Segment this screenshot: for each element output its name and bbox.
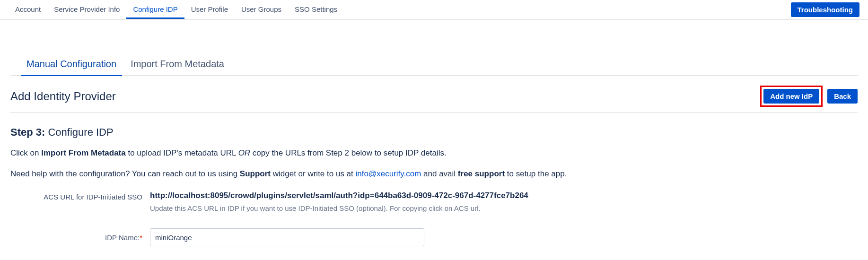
acs-url-value[interactable]: http://localhost:8095/crowd/plugins/serv… bbox=[150, 191, 858, 200]
subtab-import-from-metadata[interactable]: Import From Metadata bbox=[125, 59, 230, 75]
top-nav: Account Service Provider Info Configure … bbox=[0, 0, 868, 20]
tab-user-profile[interactable]: User Profile bbox=[184, 0, 235, 19]
page-title: Add Identity Provider bbox=[10, 90, 116, 103]
acs-url-hint: Update this ACS URL in IDP if you want t… bbox=[150, 204, 858, 212]
instruction-para-1: Click on Import From Metadata to upload … bbox=[10, 147, 858, 159]
add-new-idp-button[interactable]: Add new IdP bbox=[763, 89, 819, 104]
troubleshooting-button[interactable]: Troubleshooting bbox=[791, 2, 860, 17]
tab-sso-settings[interactable]: SSO Settings bbox=[288, 0, 344, 19]
tab-service-provider-info[interactable]: Service Provider Info bbox=[47, 0, 126, 19]
idp-name-label: IDP Name:* bbox=[10, 233, 150, 243]
step-title: Configure IDP bbox=[45, 126, 113, 138]
idp-name-row: IDP Name:* bbox=[10, 228, 858, 246]
content-area: Manual Configuration Import From Metadat… bbox=[0, 59, 868, 246]
section-actions: Add new IdP Back bbox=[760, 86, 858, 107]
tab-configure-idp[interactable]: Configure IDP bbox=[126, 0, 184, 19]
acs-url-label: ACS URL for IDP-Initiated SSO bbox=[10, 191, 150, 212]
acs-url-value-col: http://localhost:8095/crowd/plugins/serv… bbox=[150, 191, 858, 212]
tab-account[interactable]: Account bbox=[9, 0, 47, 19]
tab-user-groups[interactable]: User Groups bbox=[235, 0, 288, 19]
back-button[interactable]: Back bbox=[827, 89, 858, 104]
add-new-idp-highlight: Add new IdP bbox=[760, 86, 823, 107]
instruction-para-2: Need help with the configuration? You ca… bbox=[10, 168, 858, 180]
required-marker: * bbox=[140, 234, 142, 242]
step-number: Step 3: bbox=[10, 126, 45, 138]
idp-name-value-col bbox=[150, 228, 858, 246]
top-nav-tabs: Account Service Provider Info Configure … bbox=[9, 0, 344, 19]
idp-name-input[interactable] bbox=[150, 228, 424, 246]
support-email-link[interactable]: info@xecurify.com bbox=[356, 169, 421, 178]
section-header: Add Identity Provider Add new IdP Back bbox=[10, 78, 858, 113]
subtab-manual-configuration[interactable]: Manual Configuration bbox=[21, 59, 122, 76]
step-heading: Step 3: Configure IDP bbox=[10, 126, 858, 139]
acs-url-row: ACS URL for IDP-Initiated SSO http://loc… bbox=[10, 191, 858, 212]
sub-tabs: Manual Configuration Import From Metadat… bbox=[10, 59, 858, 76]
